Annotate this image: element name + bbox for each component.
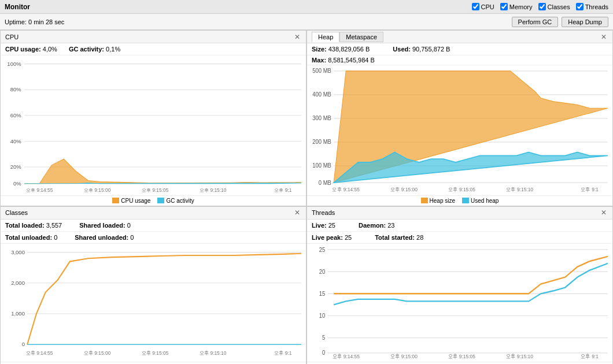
svg-text:오후 9:15:00: 오후 9:15:00 bbox=[84, 187, 111, 193]
classes-panel: Classes ✕ Total loaded: 3,557 Shared loa… bbox=[0, 206, 306, 364]
uptime-area: Uptime: 0 min 28 sec bbox=[5, 18, 64, 25]
svg-text:100 MB: 100 MB bbox=[312, 162, 331, 169]
heap-size-swatch bbox=[421, 198, 428, 203]
svg-text:오후 9:14:55: 오후 9:14:55 bbox=[26, 187, 53, 193]
svg-text:오후 9:15:10: 오후 9:15:10 bbox=[200, 350, 227, 356]
threads-checkbox[interactable] bbox=[576, 3, 584, 10]
cpu-panel-title: CPU bbox=[5, 34, 19, 40]
gc-activity-swatch bbox=[157, 198, 164, 203]
heap-stats-row1: Size: 438,829,056 B Used: 90,755,872 B bbox=[307, 43, 612, 55]
shared-unloaded: Shared unloaded: 0 bbox=[75, 234, 134, 241]
svg-text:3,000: 3,000 bbox=[11, 248, 25, 255]
cpu-panel: CPU ✕ CPU usage: 4,0% GC activity: 0,1% bbox=[0, 30, 306, 206]
classes-chart-legend: Total loaded classes Shared loaded class… bbox=[1, 362, 306, 364]
svg-text:2,000: 2,000 bbox=[11, 280, 25, 286]
threads-checkbox-label[interactable]: Threads bbox=[576, 3, 608, 10]
live-threads: Live: 25 bbox=[312, 222, 335, 229]
uptime-value: 0 min 28 sec bbox=[28, 18, 64, 25]
cpu-checkbox[interactable] bbox=[472, 3, 479, 10]
svg-text:오후 9:1: 오후 9:1 bbox=[274, 350, 291, 356]
svg-text:오후 9:1: 오후 9:1 bbox=[581, 187, 599, 193]
heap-chart-legend: Heap size Used heap bbox=[307, 195, 612, 206]
svg-text:오후 9:15:00: 오후 9:15:00 bbox=[390, 354, 418, 360]
heap-tabs: Heap Metaspace bbox=[312, 32, 383, 42]
uptime-label: Uptime: bbox=[5, 18, 27, 25]
svg-text:0 MB: 0 MB bbox=[319, 179, 331, 186]
threads-panel-header: Threads ✕ bbox=[307, 207, 612, 220]
shared-loaded: Shared loaded: 0 bbox=[79, 222, 131, 229]
svg-text:300 MB: 300 MB bbox=[312, 115, 331, 122]
threads-panel-title: Threads bbox=[312, 209, 335, 216]
cpu-chart-legend: CPU usage GC activity bbox=[1, 195, 306, 206]
svg-text:오후 9:14:55: 오후 9:14:55 bbox=[332, 187, 359, 193]
classes-chart: 3,000 2,000 1,000 0 오후 9:14:55 오후 9:15:0… bbox=[3, 246, 301, 360]
svg-text:0: 0 bbox=[22, 341, 25, 347]
classes-checkbox-label[interactable]: Classes bbox=[538, 3, 570, 10]
classes-close-button[interactable]: ✕ bbox=[293, 209, 301, 217]
svg-text:200 MB: 200 MB bbox=[312, 139, 331, 146]
cpu-close-button[interactable]: ✕ bbox=[293, 33, 301, 41]
svg-text:1,000: 1,000 bbox=[11, 310, 25, 317]
title-bar: Monitor CPU Memory Classes Threads bbox=[0, 0, 613, 14]
cpu-panel-header: CPU ✕ bbox=[1, 31, 306, 43]
classes-checkbox[interactable] bbox=[538, 3, 546, 10]
svg-text:오후 9:15:10: 오후 9:15:10 bbox=[506, 187, 533, 193]
live-peak: Live peak: 25 bbox=[312, 234, 352, 241]
svg-text:20: 20 bbox=[319, 268, 326, 275]
svg-text:오후 9:15:05: 오후 9:15:05 bbox=[448, 187, 475, 193]
tab-metaspace[interactable]: Metaspace bbox=[339, 32, 383, 42]
daemon-threads: Daemon: 23 bbox=[359, 222, 394, 229]
svg-text:40%: 40% bbox=[10, 138, 21, 144]
used-heap-swatch bbox=[462, 198, 469, 203]
svg-text:60%: 60% bbox=[10, 112, 21, 118]
svg-text:15: 15 bbox=[319, 290, 326, 297]
total-loaded: Total loaded: 3,557 bbox=[5, 222, 62, 229]
cpu-chart-area: 100% 80% 60% 40% 20% 0% 오후 9:14:55 오후 9:… bbox=[1, 55, 306, 195]
cpu-usage-label: CPU usage: 4,0% bbox=[5, 46, 57, 53]
threads-chart-area: 25 20 15 10 5 0 오후 9:14:55 오후 9:15:00 오후… bbox=[307, 244, 612, 362]
toolbar-buttons: Perform GC Heap Dump bbox=[512, 17, 608, 27]
checkbox-group: CPU Memory Classes Threads bbox=[472, 3, 608, 10]
heap-panel: Heap Metaspace ✕ Size: 438,829,056 B Use… bbox=[306, 30, 613, 206]
panels-grid: CPU ✕ CPU usage: 4,0% GC activity: 0,1% bbox=[0, 30, 613, 364]
svg-text:20%: 20% bbox=[10, 164, 21, 170]
svg-text:오후 9:15:05: 오후 9:15:05 bbox=[448, 354, 475, 360]
svg-text:오후 9:1: 오후 9:1 bbox=[581, 354, 599, 360]
svg-text:오후 9:15:05: 오후 9:15:05 bbox=[142, 350, 169, 356]
svg-text:25: 25 bbox=[319, 246, 326, 253]
threads-chart: 25 20 15 10 5 0 오후 9:14:55 오후 9:15:00 오후… bbox=[309, 246, 608, 360]
threads-stats: Live: 25 Daemon: 23 bbox=[307, 220, 612, 232]
app-title: Monitor bbox=[5, 3, 30, 11]
tab-heap[interactable]: Heap bbox=[312, 32, 339, 42]
toolbar: Uptime: 0 min 28 sec Perform GC Heap Dum… bbox=[0, 14, 613, 30]
threads-panel: Threads ✕ Live: 25 Daemon: 23 Live peak:… bbox=[306, 206, 613, 364]
heap-panel-header: Heap Metaspace ✕ bbox=[307, 31, 612, 43]
cpu-checkbox-label[interactable]: CPU bbox=[472, 3, 494, 10]
memory-checkbox[interactable] bbox=[500, 3, 508, 10]
heap-close-button[interactable]: ✕ bbox=[600, 33, 608, 41]
svg-text:오후 9:15:10: 오후 9:15:10 bbox=[506, 354, 533, 360]
svg-text:오후 9:15:00: 오후 9:15:00 bbox=[84, 350, 111, 356]
memory-checkbox-label[interactable]: Memory bbox=[500, 3, 533, 10]
threads-close-button[interactable]: ✕ bbox=[600, 209, 608, 217]
cpu-stats: CPU usage: 4,0% GC activity: 0,1% bbox=[1, 43, 306, 55]
gc-activity-legend: GC activity bbox=[157, 198, 194, 204]
svg-text:오후 9:14:55: 오후 9:14:55 bbox=[333, 354, 360, 360]
cpu-chart: 100% 80% 60% 40% 20% 0% 오후 9:14:55 오후 9:… bbox=[3, 58, 301, 193]
svg-text:5: 5 bbox=[322, 334, 326, 341]
heap-dump-button[interactable]: Heap Dump bbox=[562, 17, 608, 27]
svg-text:0%: 0% bbox=[13, 180, 21, 187]
svg-marker-12 bbox=[24, 159, 301, 183]
perform-gc-button[interactable]: Perform GC bbox=[512, 17, 559, 27]
classes-stats2: Total unloaded: 0 Shared unloaded: 0 bbox=[1, 232, 306, 244]
heap-chart: 500 MB 400 MB 300 MB 200 MB 100 MB 0 MB … bbox=[309, 68, 608, 193]
svg-text:400 MB: 400 MB bbox=[312, 91, 331, 98]
classes-panel-title: Classes bbox=[5, 209, 28, 216]
heap-chart-area: 500 MB 400 MB 300 MB 200 MB 100 MB 0 MB … bbox=[307, 65, 612, 195]
heap-stats-row2: Max: 8,581,545,984 B bbox=[307, 55, 612, 65]
cpu-usage-swatch bbox=[112, 198, 119, 203]
classes-chart-area: 3,000 2,000 1,000 0 오후 9:14:55 오후 9:15:0… bbox=[1, 244, 306, 362]
heap-used: Used: 90,755,872 B bbox=[393, 46, 450, 53]
svg-text:오후 9:14:55: 오후 9:14:55 bbox=[26, 350, 53, 356]
heap-size-legend: Heap size bbox=[421, 198, 455, 204]
